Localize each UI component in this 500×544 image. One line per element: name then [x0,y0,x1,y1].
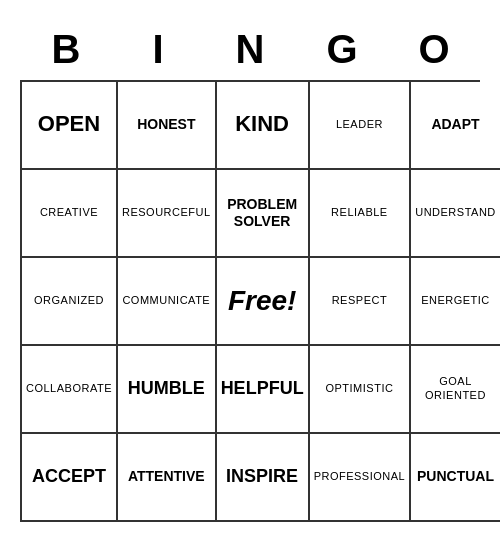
bingo-cell: COLLABORATE [22,346,118,434]
cell-text: Free! [228,284,296,318]
header-letter: I [112,23,204,76]
cell-text: ADAPT [431,116,479,133]
bingo-cell: RELIABLE [310,170,412,258]
header-letter: G [296,23,388,76]
cell-text: OPTIMISTIC [325,382,393,395]
bingo-cell: PUNCTUAL [411,434,500,522]
bingo-card: BINGO OPENHONESTKINDLEADERADAPTCREATIVER… [10,13,490,532]
cell-text: OPEN [38,111,100,137]
bingo-cell: ORGANIZED [22,258,118,346]
bingo-cell: CREATIVE [22,170,118,258]
cell-text: INSPIRE [226,466,298,488]
cell-text: LEADER [336,118,383,131]
bingo-cell: Free! [217,258,310,346]
bingo-cell: RESPECT [310,258,412,346]
cell-text: COLLABORATE [26,382,112,395]
bingo-cell: HELPFUL [217,346,310,434]
cell-text: PROFESSIONAL [314,470,406,483]
bingo-cell: HUMBLE [118,346,217,434]
header-letter: N [204,23,296,76]
bingo-cell: RESOURCEFUL [118,170,217,258]
cell-text: ATTENTIVE [128,468,205,485]
header-letter: B [20,23,112,76]
cell-text: HELPFUL [221,378,304,400]
bingo-cell: UNDERSTAND [411,170,500,258]
bingo-cell: ADAPT [411,82,500,170]
bingo-cell: OPTIMISTIC [310,346,412,434]
bingo-cell: OPEN [22,82,118,170]
cell-text: ACCEPT [32,466,106,488]
cell-text: KIND [235,111,289,137]
bingo-cell: ATTENTIVE [118,434,217,522]
bingo-cell: ENERGETIC [411,258,500,346]
cell-text: COMMUNICATE [122,294,210,307]
bingo-cell: KIND [217,82,310,170]
cell-text: RESOURCEFUL [122,206,211,219]
bingo-grid: OPENHONESTKINDLEADERADAPTCREATIVERESOURC… [20,80,480,522]
bingo-cell: LEADER [310,82,412,170]
cell-text: RELIABLE [331,206,388,219]
bingo-cell: PROFESSIONAL [310,434,412,522]
cell-text: UNDERSTAND [415,206,496,219]
cell-text: CREATIVE [40,206,98,219]
cell-text: RESPECT [332,294,387,307]
bingo-cell: COMMUNICATE [118,258,217,346]
cell-text: HONEST [137,116,195,133]
cell-text: ENERGETIC [421,294,490,307]
header-letter: O [388,23,480,76]
bingo-cell: ACCEPT [22,434,118,522]
bingo-cell: GOAL ORIENTED [411,346,500,434]
bingo-cell: INSPIRE [217,434,310,522]
cell-text: HUMBLE [128,378,205,400]
bingo-header: BINGO [20,23,480,76]
cell-text: GOAL ORIENTED [415,375,496,401]
cell-text: ORGANIZED [34,294,104,307]
bingo-cell: HONEST [118,82,217,170]
cell-text: PROBLEM SOLVER [221,196,304,230]
bingo-cell: PROBLEM SOLVER [217,170,310,258]
cell-text: PUNCTUAL [417,468,494,485]
